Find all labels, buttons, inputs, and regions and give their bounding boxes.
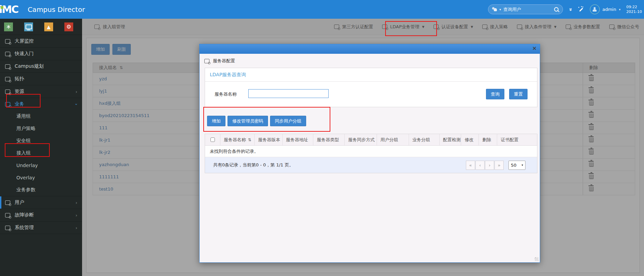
column-label: 服务同步方式 [348, 137, 375, 143]
sidebar-item-quickstart[interactable]: 快速入门 [0, 47, 82, 60]
sidebar-item-service-param[interactable]: 业务参数 [0, 184, 82, 196]
clipboard-icon [5, 64, 10, 69]
query-panel-body: 服务器名称 查询 重置 [205, 82, 537, 107]
sidebar-item-topology[interactable]: 拓扑 [0, 72, 82, 85]
sidebar-item-overlay[interactable]: Overlay [0, 172, 82, 184]
sidebar-menu: 大屏监控快速入门Campus规划拓扑资源›业务›通用组用户策略安全组接入组Und… [0, 35, 82, 234]
monitor-tile[interactable] [24, 22, 33, 31]
warning-triangle-icon: ▲ [47, 24, 51, 30]
column-label: 修改 [465, 137, 473, 143]
topbar-right-cluster: ▾ « admin ▾ 09:22 2021-10 [488, 0, 644, 19]
chevron-down-icon: ▾ [619, 8, 621, 11]
close-icon[interactable]: × [532, 46, 537, 51]
chevron-right-icon: › [76, 200, 77, 205]
alarm-tile[interactable]: ▲ [44, 22, 53, 31]
product-title: Campus Director [28, 5, 85, 14]
pagination-summary: 共有0条记录，当前第0 - 0，第 1/1 页。 [213, 162, 294, 168]
sidebar-item-label: Overlay [16, 175, 35, 180]
people-icon [492, 7, 498, 12]
first-page-button[interactable]: « [466, 161, 475, 170]
sidebar-item-label: 故障诊断 [15, 212, 34, 218]
server-action-buttons: 增加 修改管理员密码 同步用户分组 [207, 116, 308, 126]
sidebar-item-dashboard[interactable]: 大屏监控 [0, 35, 82, 47]
sidebar-item-label: 拓扑 [15, 76, 24, 82]
column-label: 业务分组 [412, 137, 430, 143]
sidebar-item-user-policy[interactable]: 用户策略 [0, 123, 82, 135]
user-menu[interactable]: admin ▾ [590, 4, 621, 14]
column-label: 服务器版本 [258, 137, 280, 143]
server-name-label: 服务器名称 [215, 91, 237, 97]
gears-icon: ⚙ [66, 23, 71, 30]
column-label: 用户分组 [380, 137, 398, 143]
search-icon[interactable] [554, 7, 559, 12]
sidebar-item-label: 用户策略 [16, 126, 35, 132]
imc-logo: iMC [1, 4, 18, 15]
ldap-query-panel: LDAP服务器查询 服务器名称 查询 重置 [205, 68, 537, 107]
next-page-button[interactable]: › [485, 161, 494, 170]
sidebar-item-label: Underlay [16, 163, 38, 168]
chevron-right-icon: › [76, 89, 77, 94]
query-button[interactable]: 查询 [486, 89, 504, 99]
sidebar-item-service[interactable]: 业务› [0, 98, 82, 110]
wizard-icon[interactable] [578, 6, 584, 12]
results-column-header-5: 用户分组 [377, 134, 409, 145]
monitor-icon [26, 25, 32, 29]
server-config-dialog: × 服务器配置 LDAP服务器查询 服务器名称 查询 重置 增加 修改管理员密码… [199, 44, 540, 263]
chevron-down-icon[interactable]: ▾ [499, 8, 501, 11]
logo-green-square [1, 6, 3, 9]
reset-button[interactable]: 重置 [509, 89, 528, 99]
sidebar-item-access-group[interactable]: 接入组 [0, 147, 82, 159]
results-column-header-4: 服务同步方式 [345, 134, 377, 145]
sidebar-item-label: 资源 [15, 88, 24, 95]
select-all-cell [205, 134, 220, 145]
sidebar-item-underlay[interactable]: Underlay [0, 159, 82, 172]
sidebar-item-resource[interactable]: 资源› [0, 85, 82, 98]
select-all-checkbox[interactable] [210, 137, 215, 142]
sidebar-item-security-group[interactable]: 安全组 [0, 135, 82, 147]
favorites-tile[interactable]: * [4, 22, 13, 31]
resource-icon [5, 90, 10, 94]
sidebar-item-campus-plan[interactable]: Campus规划 [0, 60, 82, 72]
results-header-row: 服务器名称⇅服务器版本服务器地址服务器类型服务同步方式用户分组业务分组配置检测修… [205, 134, 537, 146]
server-name-input[interactable] [248, 89, 329, 98]
last-page-button[interactable]: » [494, 161, 504, 170]
collapse-header-icon[interactable]: « [568, 7, 574, 11]
sidebar-item-system[interactable]: 系统管理› [0, 221, 82, 234]
settings-tile[interactable]: ⚙ [64, 22, 73, 31]
sidebar-item-common-group[interactable]: 通用组 [0, 110, 82, 123]
page-size-select[interactable]: 50 ▾ [508, 161, 525, 170]
sidebar-item-diagnosis[interactable]: 故障诊断› [0, 209, 82, 221]
results-column-header-10: 证书配置 [497, 134, 537, 145]
column-label: 服务器类型 [317, 137, 339, 143]
search-input[interactable] [503, 6, 552, 12]
column-label: 配置检测 [443, 137, 461, 143]
dialog-titlebar[interactable]: × [200, 44, 540, 54]
service-icon [5, 102, 10, 107]
sidebar-item-label: 接入组 [16, 150, 31, 156]
topology-icon [5, 77, 10, 81]
sidebar-item-label: 通用组 [16, 113, 31, 119]
change-admin-password-button[interactable]: 修改管理员密码 [227, 116, 268, 126]
query-panel-title: LDAP服务器查询 [205, 68, 537, 82]
system-icon [5, 226, 10, 230]
results-column-header-0[interactable]: 服务器名称⇅ [220, 134, 255, 145]
column-label: 证书配置 [501, 137, 518, 143]
sidebar-item-label: 业务 [15, 101, 24, 107]
prev-page-button[interactable]: ‹ [475, 161, 485, 170]
server-results-panel: 服务器名称⇅服务器版本服务器地址服务器类型服务同步方式用户分组业务分组配置检测修… [205, 134, 537, 173]
column-label: 删除 [482, 137, 491, 143]
avatar [590, 4, 600, 14]
resize-grip[interactable] [535, 257, 538, 261]
sync-user-groups-button[interactable]: 同步用户分组 [270, 116, 306, 126]
results-column-header-1: 服务器版本 [255, 134, 283, 145]
sort-icon[interactable]: ⇅ [248, 137, 251, 142]
pagination-bar: 共有0条记录，当前第0 - 0，第 1/1 页。 «‹›» 50 ▾ [205, 157, 537, 173]
user-search-box[interactable]: ▾ [488, 4, 563, 14]
pagination-controls: «‹›» [466, 161, 504, 170]
results-column-header-7: 配置检测 [440, 134, 461, 145]
server-config-icon [204, 59, 209, 63]
server-add-button[interactable]: 增加 [207, 116, 225, 126]
sidebar-item-label: 快速入门 [15, 51, 34, 57]
clock: 09:22 2021-10 [626, 5, 644, 14]
sidebar-item-user[interactable]: 用户› [0, 196, 82, 209]
